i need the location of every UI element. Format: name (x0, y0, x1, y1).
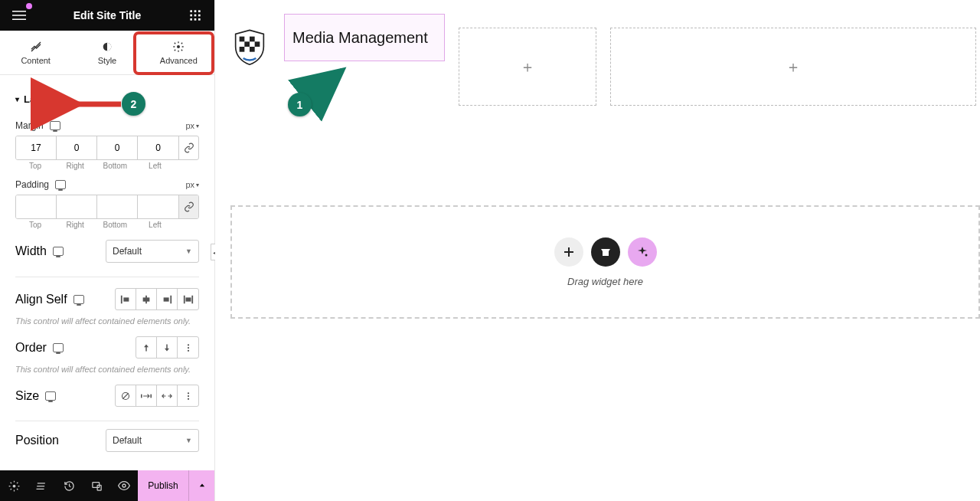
width-select[interactable]: Default ▼ (106, 240, 199, 263)
padding-right-input[interactable] (57, 195, 97, 218)
svg-rect-39 (250, 37, 255, 42)
empty-column-2[interactable]: ＋ (610, 28, 976, 106)
annotation-badge-1: 1 (288, 93, 312, 116)
chevron-down-icon: ▼ (185, 437, 192, 444)
padding-left-input[interactable] (138, 195, 178, 218)
responsive-icon[interactable] (53, 343, 64, 352)
align-self-label: Align Self (15, 293, 67, 306)
svg-rect-42 (250, 47, 255, 52)
size-none-button[interactable] (116, 385, 136, 406)
editor-canvas[interactable]: Media Management ＋ ＋ Drag widget here (215, 0, 980, 501)
publish-options-button[interactable] (188, 470, 214, 501)
svg-rect-10 (194, 18, 197, 21)
svg-rect-9 (190, 18, 192, 21)
tab-advanced[interactable]: Advanced (143, 31, 214, 74)
settings-button[interactable] (0, 470, 28, 501)
svg-point-36 (122, 484, 126, 487)
panel-tabs: Content Style Advanced (0, 31, 214, 75)
section-layout-header[interactable]: Layout (15, 83, 199, 116)
svg-rect-38 (244, 41, 250, 47)
padding-top-input[interactable] (16, 195, 57, 218)
padding-unit-select[interactable]: px▾ (185, 180, 199, 189)
size-label: Size (15, 389, 39, 403)
add-template-button[interactable] (591, 237, 620, 267)
sidebar-footer: Publish (0, 470, 214, 501)
svg-rect-40 (255, 41, 260, 47)
margin-top-input[interactable] (16, 136, 57, 159)
order-help-text: This control will affect contained eleme… (15, 365, 199, 374)
tab-content[interactable]: Content (0, 31, 71, 74)
responsive-icon[interactable] (55, 180, 66, 189)
margin-link-toggle[interactable] (178, 136, 198, 159)
svg-rect-6 (190, 15, 192, 17)
size-grow-button[interactable] (136, 385, 157, 406)
unsaved-indicator-dot (26, 3, 32, 9)
svg-rect-14 (121, 295, 122, 303)
ai-button[interactable] (628, 237, 657, 267)
site-logo-widget[interactable] (229, 26, 270, 67)
padding-bottom-input[interactable] (97, 195, 138, 218)
align-start-button[interactable] (116, 289, 136, 309)
order-more-button[interactable] (178, 337, 198, 358)
order-first-button[interactable] (136, 337, 157, 358)
site-title-widget[interactable]: Media Management (284, 14, 445, 61)
margin-left-input[interactable] (138, 136, 178, 159)
size-shrink-button[interactable] (157, 385, 178, 406)
svg-rect-0 (12, 11, 26, 12)
svg-rect-28 (141, 394, 142, 398)
tab-style[interactable]: Style (71, 31, 142, 74)
editor-sidebar: Edit Site Title Content Style Advanced L… (0, 0, 215, 501)
margin-inputs (15, 136, 199, 160)
margin-bottom-input[interactable] (97, 136, 138, 159)
tab-advanced-label: Advanced (160, 56, 198, 65)
margin-unit-select[interactable]: px▾ (185, 121, 199, 130)
svg-rect-8 (198, 15, 201, 17)
responsive-icon[interactable] (53, 247, 64, 256)
empty-column-1[interactable]: ＋ (459, 28, 596, 106)
responsive-icon[interactable] (50, 121, 60, 130)
position-select[interactable]: Default ▼ (106, 429, 199, 452)
svg-rect-29 (150, 394, 152, 398)
navigator-button[interactable] (28, 470, 55, 501)
order-label: Order (15, 341, 47, 355)
responsive-icon[interactable] (74, 295, 84, 304)
svg-rect-1 (12, 15, 26, 16)
add-section-button[interactable] (554, 237, 583, 267)
svg-line-27 (122, 393, 129, 399)
chevron-down-icon: ▼ (185, 247, 192, 255)
widget-drop-zone[interactable]: Drag widget here (230, 205, 980, 319)
margin-right-input[interactable] (57, 136, 97, 159)
shield-logo-icon (230, 28, 269, 66)
padding-inputs (15, 195, 199, 219)
margin-label: Margin (15, 120, 44, 131)
panel-body: Layout Margin px▾ Top (0, 75, 214, 470)
padding-link-toggle[interactable] (178, 195, 198, 218)
history-button[interactable] (55, 470, 83, 501)
svg-rect-15 (123, 297, 129, 301)
responsive-button[interactable] (83, 470, 110, 501)
apps-grid-button[interactable] (184, 4, 207, 27)
align-self-buttons (115, 288, 199, 310)
annotation-badge-2: 2 (122, 92, 145, 116)
position-label: Position (15, 434, 59, 447)
size-more-button[interactable] (178, 385, 198, 406)
sidebar-header: Edit Site Title (0, 0, 214, 31)
plus-icon: ＋ (786, 57, 801, 77)
site-title-text: Media Management (292, 29, 428, 47)
width-label: Width (15, 244, 47, 258)
panel-title: Edit Site Title (74, 9, 141, 21)
svg-point-24 (187, 346, 188, 348)
order-last-button[interactable] (157, 337, 178, 358)
svg-rect-17 (143, 297, 150, 301)
drop-zone-text: Drag widget here (567, 276, 643, 287)
align-end-button[interactable] (157, 289, 178, 309)
padding-label: Padding (15, 179, 49, 190)
svg-point-33 (12, 484, 15, 487)
svg-rect-44 (564, 251, 573, 253)
publish-button[interactable]: Publish (138, 470, 188, 501)
responsive-icon[interactable] (45, 391, 56, 401)
preview-button[interactable] (110, 470, 138, 501)
align-stretch-button[interactable] (178, 289, 198, 309)
svg-rect-21 (191, 295, 193, 303)
align-center-button[interactable] (136, 289, 157, 309)
